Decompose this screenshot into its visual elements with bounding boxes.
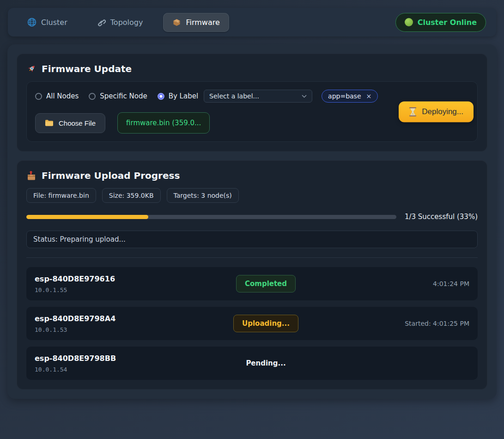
progress-bar [26,215,396,219]
file-meta-badge: File: firmware.bin [26,188,96,203]
size-meta-badge: Size: 359.0KB [102,188,161,203]
node-time: 4:01:24 PM [377,280,469,287]
nav-item-label: Firmware [186,18,219,27]
card-title-text: Firmware Upload Progress [42,170,180,181]
nav-bar: Cluster Topology Firmware Cluster Online [8,8,496,37]
node-info: esp-840D8E9798A4 10.0.1.53 [35,314,155,333]
node-status-badge: Uploading... [233,315,298,332]
node-name: esp-840D8E979616 [35,274,155,283]
label-select-placeholder: Select a label... [209,92,259,100]
progress-row: 1/3 Successful (33%) [26,213,478,221]
green-dot-icon [405,18,413,26]
radio-circle-icon[interactable] [158,93,164,100]
node-row: esp-840D8E979616 10.0.1.55 Completed 4:0… [26,267,478,300]
radio-circle-icon[interactable] [89,93,96,100]
radio-all-nodes[interactable]: All Nodes [35,92,79,100]
radio-circle-icon[interactable] [35,93,42,100]
label-chip[interactable]: app=base × [322,90,378,103]
nav-item-topology[interactable]: Topology [88,13,152,32]
node-info: esp-840D8E979616 10.0.1.55 [35,274,155,293]
hourglass-icon [409,107,417,116]
node-status-badge: Completed [236,275,296,293]
nav-item-label: Topology [110,18,143,27]
node-name: esp-840D8E9798A4 [35,314,155,323]
choose-file-button[interactable]: Choose File [35,113,105,133]
link-icon [97,18,106,27]
cluster-status-badge: Cluster Online [395,13,486,32]
rocket-icon [26,64,36,74]
status-message: Status: Preparing upload... [26,231,478,248]
node-row: esp-840D8E9798BB 10.0.1.54 Pending... [26,347,478,380]
node-time: Started: 4:01:25 PM [377,320,469,327]
chip-remove-icon[interactable]: × [366,92,372,100]
radio-by-label[interactable]: By Label [158,92,198,100]
globe-icon [27,18,36,27]
outbox-icon [26,171,36,181]
package-icon [172,18,181,27]
upload-progress-card: Firmware Upload Progress File: firmware.… [17,160,487,390]
radio-label: Specific Node [100,92,147,100]
deploy-button[interactable]: Deploying... [399,101,474,122]
node-ip: 10.0.1.55 [35,287,155,293]
main-panel: Firmware Update All Nodes Specific Node … [7,44,497,399]
node-name: esp-840D8E9798BB [35,354,155,363]
selected-file-badge: firmware.bin (359.0... [117,112,210,134]
progress-fill [26,215,148,219]
target-options-row: All Nodes Specific Node By Label Select … [35,90,469,103]
node-ip: 10.0.1.54 [35,366,155,373]
deploy-target-form: All Nodes Specific Node By Label Select … [26,81,478,142]
cluster-status-label: Cluster Online [418,18,477,27]
card-title-text: Firmware Update [42,63,132,74]
node-row: esp-840D8E9798A4 10.0.1.53 Uploading... … [26,307,478,340]
radio-label: All Nodes [46,92,79,100]
node-info: esp-840D8E9798BB 10.0.1.54 [35,354,155,373]
folder-icon [45,119,54,127]
firmware-update-title: Firmware Update [26,63,478,74]
progress-label: 1/3 Successful (33%) [405,213,478,221]
firmware-update-card: Firmware Update All Nodes Specific Node … [17,54,487,152]
chevron-down-icon [302,95,307,98]
radio-label: By Label [169,92,198,100]
targets-meta-badge: Targets: 3 node(s) [167,188,239,203]
deploy-button-label: Deploying... [422,107,463,116]
label-chip-text: app=base [328,92,361,100]
nav-item-firmware[interactable]: Firmware [163,13,229,32]
upload-progress-title: Firmware Upload Progress [26,170,478,181]
choose-file-label: Choose File [59,119,96,127]
divider [26,257,478,258]
node-ip: 10.0.1.53 [35,326,155,333]
radio-specific-node[interactable]: Specific Node [89,92,147,100]
node-status-badge: Pending... [246,355,285,372]
nav-item-label: Cluster [41,18,67,27]
nav-item-cluster[interactable]: Cluster [18,12,77,32]
upload-meta-row: File: firmware.bin Size: 359.0KB Targets… [26,188,478,203]
label-select[interactable]: Select a label... [204,90,312,103]
